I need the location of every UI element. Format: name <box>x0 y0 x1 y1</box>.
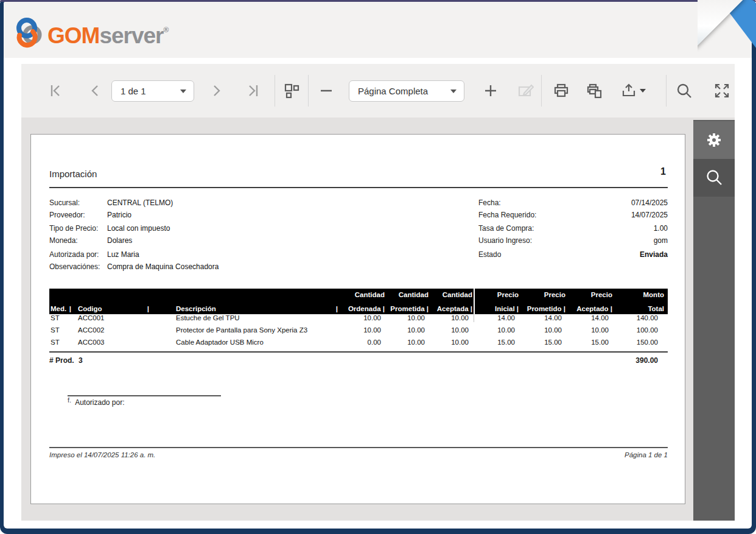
print-button[interactable] <box>550 80 572 102</box>
column-header-monto-total: Monto Total <box>614 289 668 314</box>
parameters-tab[interactable] <box>693 121 735 159</box>
info-value: 1.00 <box>654 224 668 233</box>
toolbar-divider <box>666 75 667 107</box>
gom-rings-logo-icon <box>12 15 47 51</box>
info-value: Patricio <box>107 211 131 219</box>
info-label: Moneda: <box>49 236 78 245</box>
fullscreen-icon <box>713 82 730 99</box>
side-panel-tabs <box>693 120 735 521</box>
column-splitter <box>474 289 475 314</box>
cell-precio-inicial: 14.00 <box>474 314 520 326</box>
cell-precio-aceptado: 14.00 <box>567 314 614 326</box>
info-value: Compra de Maquina Cosechadora <box>107 262 219 271</box>
cell-precio-prometido: 14.00 <box>520 314 567 326</box>
cell-monto-total: 150.00 <box>614 339 668 351</box>
column-header-codigo: Codigo | <box>72 289 150 314</box>
column-header-med: Med. | <box>49 289 72 314</box>
edit-document-button[interactable] <box>514 80 536 102</box>
zoom-level-dropdown[interactable]: Página Completa <box>349 80 464 102</box>
zoom-level-value: Página Completa <box>358 86 428 96</box>
cell-precio-prometido: 15.00 <box>520 339 567 351</box>
cell-cant-aceptada: 10.00 <box>430 314 474 326</box>
info-value: gom <box>654 236 668 245</box>
cell-cant-prometida: 10.00 <box>386 326 430 339</box>
gear-icon <box>705 131 723 149</box>
app-window: GOMserver® 1 de 1 <box>0 0 756 534</box>
cell-cant-aceptada: 10.00 <box>430 339 474 351</box>
signature-line <box>68 395 221 396</box>
info-label: Sucursal: <box>49 198 80 207</box>
cell-cant-ordenada: 10.00 <box>339 326 386 339</box>
print-page-icon <box>586 82 603 99</box>
items-table: Med. | Codigo | Descripción | Cantidad O… <box>49 289 668 351</box>
column-header-precio-aceptado: Precio Aceptado | <box>567 289 614 314</box>
info-value: Luz Maria <box>107 250 139 259</box>
thumbnails-icon <box>283 82 300 99</box>
search-icon <box>704 168 724 188</box>
cell-cant-ordenada: 0.00 <box>339 339 386 351</box>
info-row: Estado Enviada <box>478 250 668 260</box>
export-button[interactable] <box>617 80 649 102</box>
search-panel-tab[interactable] <box>693 159 735 197</box>
info-row: Sucursal: CENTRAL (TELMO) <box>49 198 427 208</box>
page-selector-dropdown[interactable]: 1 de 1 <box>111 80 194 102</box>
info-label: Autorizada por: <box>49 250 99 259</box>
toolbar-divider <box>308 75 309 107</box>
column-splitter-extension <box>474 314 474 322</box>
column-header-cantidad-aceptada: Cantidad Aceptada | <box>430 289 474 314</box>
info-label: Tipo de Precio: <box>49 224 98 233</box>
last-page-button[interactable] <box>242 80 264 102</box>
export-caret-icon <box>640 89 646 93</box>
info-value: Dolares <box>107 236 132 245</box>
cell-cant-prometida: 10.00 <box>386 314 430 326</box>
zoom-out-icon <box>318 82 335 99</box>
column-header-cantidad-ordenada: Cantidad Ordenada | <box>339 289 386 314</box>
info-row: Autorizada por: Luz Maria <box>49 250 427 260</box>
report-title: Importación <box>49 169 97 179</box>
search-button[interactable] <box>673 80 695 102</box>
search-icon <box>675 82 693 100</box>
status-value: Enviada <box>640 250 668 259</box>
toolbar-divider <box>541 75 542 107</box>
app-surface: GOMserver® 1 de 1 <box>4 2 752 529</box>
info-row: Proveedor: Patricio <box>49 211 427 220</box>
next-page-button[interactable] <box>206 80 228 102</box>
column-header-precio-prometido: Precio Prometido | <box>520 289 567 314</box>
cell-cant-ordenada: 10.00 <box>339 314 386 326</box>
grand-total-value: 390.00 <box>49 356 658 365</box>
column-header-descripcion: Descripción | <box>150 289 339 314</box>
print-page-button[interactable] <box>583 80 605 102</box>
info-label: Proveedor: <box>49 211 85 219</box>
cell-precio-aceptado: 15.00 <box>567 339 614 351</box>
report-page-number: 1 <box>660 166 666 177</box>
prev-page-button[interactable] <box>84 80 106 102</box>
zoom-in-button[interactable] <box>480 80 502 102</box>
brand-registered-mark: ® <box>164 26 169 34</box>
report-toolbar: 1 de 1 <box>21 64 735 118</box>
table-row: ST ACC001 Estuche de Gel TPU 10.00 10.00… <box>49 314 668 326</box>
info-label: Tasa de Compra: <box>478 224 534 233</box>
thumbnails-button[interactable] <box>281 80 303 102</box>
table-total-rule <box>49 351 668 353</box>
cell-descripcion: Estuche de Gel TPU <box>150 314 339 326</box>
cell-precio-inicial: 10.00 <box>474 326 520 339</box>
fullscreen-button[interactable] <box>711 80 733 102</box>
info-row: Fecha Requerido: 14/07/2025 <box>478 211 668 220</box>
cell-codigo: ACC001 <box>72 314 150 326</box>
zoom-out-button[interactable] <box>315 80 337 102</box>
info-value: CENTRAL (TELMO) <box>107 198 173 207</box>
brand-text: GOMserver® <box>47 12 168 54</box>
print-icon <box>553 82 570 99</box>
toolbar-divider <box>275 75 275 107</box>
edit-icon <box>517 82 534 99</box>
cell-descripcion: Cable Adaptador USB Micro <box>150 339 339 351</box>
first-page-icon <box>47 82 64 99</box>
column-header-precio-inicial: Precio Inicial | <box>474 289 520 314</box>
title-rule <box>49 187 668 188</box>
cell-precio-inicial: 15.00 <box>474 339 520 351</box>
table-row: ST ACC002 Protector de Pantalla para Son… <box>49 326 668 339</box>
signature-f: f. <box>68 396 71 404</box>
first-page-button[interactable] <box>44 80 66 102</box>
page-curl-corner <box>698 0 756 58</box>
brand-server: server <box>99 23 163 48</box>
